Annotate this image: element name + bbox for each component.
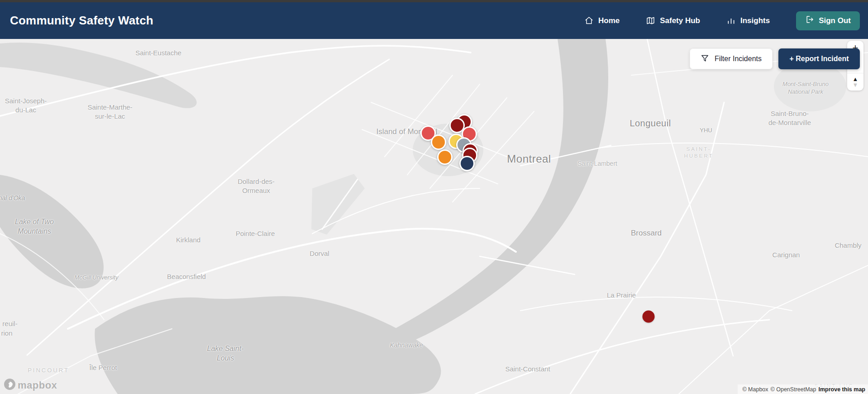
map-label-ile-perrot: Île Perrot [90,363,117,372]
home-icon [584,16,594,25]
filter-incidents-label: Filter Incidents [715,55,762,63]
mapbox-wordmark: mapbox [18,380,57,391]
nav-label-safety-hub: Safety Hub [660,16,700,25]
nav-item-safety-hub[interactable]: Safety Hub [646,16,700,25]
app-title: Community Safety Watch [10,14,153,28]
map-label-lake-saint-louis: Lake Saint-Louis [207,344,244,363]
map-label-saint-eustache: Saint-Eustache [135,48,181,58]
nav-label-insights: Insights [740,16,770,25]
map-label-pincourt: PINCOURT [28,367,69,375]
map-label-sainte-marthe-sur-le-lac: Sainte-Marthe-sur-le-Lac [87,103,132,120]
map-label-yhu: YHU [700,127,712,135]
incident-marker-6[interactable] [431,135,446,150]
attribution-osm-link[interactable]: © OpenStreetMap [771,386,816,393]
pitch-control[interactable]: ▲ ▼ [847,73,863,88]
map-label-beaconsfield: Beaconsfield [167,272,206,281]
attribution-improve-link[interactable]: Improve this map [819,386,866,393]
map-label-saint-lambert: Saint-Lambert [577,159,617,168]
map-label-dollard-des-ormeaux: Dollard-des-Ormeaux [238,177,275,195]
map-label-vaudreuil-part-2: rion [1,329,12,338]
map-label-la-prairie: La Prairie [607,291,636,300]
nav-item-insights[interactable]: Insights [726,16,770,25]
main-nav: Home Safety Hub Insights Sign Out [584,11,860,30]
incident-marker-12[interactable] [643,311,655,323]
mapbox-pin-icon [4,378,16,392]
mapbox-logo[interactable]: mapbox [4,378,57,392]
map-label-lake-of-two-mountains: Lake of TwoMountains [15,217,54,236]
page: { "app": { "title": "Community Safety Wa… [0,0,868,394]
bar-chart-icon [726,16,736,25]
incident-marker-10[interactable] [437,149,453,165]
map-label-carignan: Carignan [773,250,800,259]
map-label-kirkland: Kirkland [176,235,200,245]
airport-area [311,174,365,235]
map-label-chambly: Chambly [835,241,861,250]
nav-item-home[interactable]: Home [584,16,620,25]
sign-out-label: Sign Out [819,16,851,25]
map-label-pointe-claire: Pointe-Claire [236,229,275,238]
funnel-icon [701,54,709,64]
sign-out-button[interactable]: Sign Out [796,11,860,30]
report-incident-label: + Report Incident [789,55,849,63]
map-icon [646,16,655,25]
map-label-mont-saint-bruno-national-park: Mont-Saint-BrunoNational Park [782,81,829,96]
map-label-kahnawake: Kahnawake [390,341,423,349]
map-label-longueuil: Longueuil [630,117,671,129]
map-label-brossard: Brossard [631,228,662,238]
incident-marker-11[interactable] [459,156,475,171]
map-label-saint-constant: Saint-Constant [505,365,550,374]
map-label-montreal: Montreal [507,152,551,166]
map-label-vaudreuil-part-1: reuil- [2,319,17,328]
map-attribution: © Mapbox © OpenStreetMap Improve this ma… [738,384,868,394]
map-label-oka: nal d'Oka [0,194,25,202]
map-canvas[interactable]: Saint-EustacheSaint-Joseph-du-LacSainte-… [0,39,868,394]
map-basemap [0,39,868,394]
pitch-down-icon[interactable]: ▼ [853,82,858,88]
map-label-mcgill-university: McGill University [75,274,119,282]
map-label-saint-bruno-de-montarville: Saint-Bruno-de-Montarville [768,109,811,127]
nav-label-home: Home [598,16,620,25]
map-label-saint-joseph-du-lac: Saint-Joseph-du-Lac [5,96,47,114]
app-header: Community Safety Watch Home Safety Hub I… [0,2,868,39]
attribution-mapbox-link[interactable]: © Mapbox [742,386,768,393]
map-label-saint-hubert: SAINT-HUBERT [684,146,713,159]
sign-out-icon [805,15,814,26]
report-incident-button[interactable]: + Report Incident [778,48,860,69]
filter-incidents-button[interactable]: Filter Incidents [690,48,773,69]
map-label-dorval: Dorval [310,249,329,258]
